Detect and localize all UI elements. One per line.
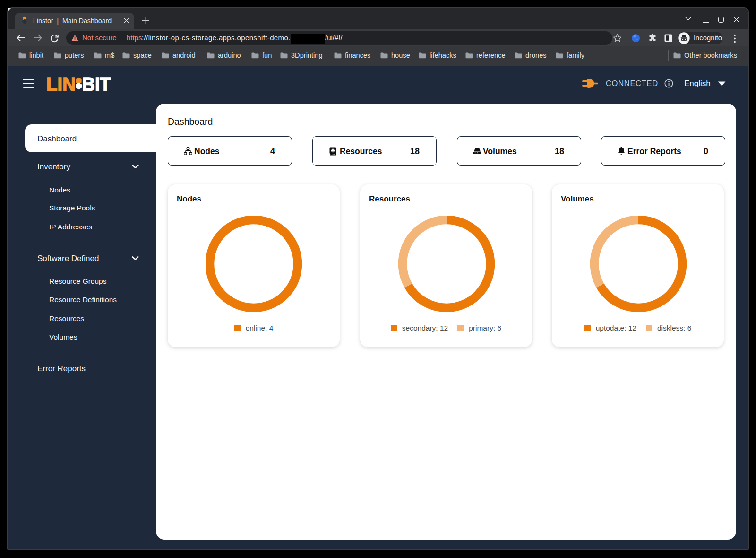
svg-text:BIT: BIT (82, 75, 111, 93)
svg-text:LIN: LIN (46, 75, 76, 93)
